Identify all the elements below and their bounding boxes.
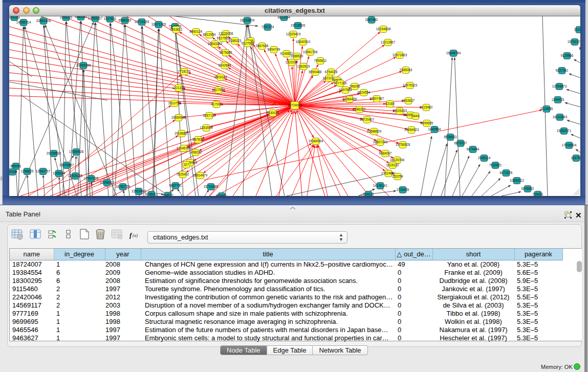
svg-text:327: 327 [184,163,189,166]
svg-text:9115460: 9115460 [420,105,433,109]
svg-text:3215955: 3215955 [540,107,553,111]
svg-text:252254: 252254 [392,174,403,178]
svg-text:7625402: 7625402 [177,172,189,176]
svg-text:7663822: 7663822 [170,28,183,31]
svg-text:12923446: 12923446 [132,189,146,193]
svg-text:19654923: 19654923 [404,128,419,132]
svg-text:10688609: 10688609 [367,129,382,133]
svg-text:8454749: 8454749 [268,48,280,51]
svg-text:12093873: 12093873 [552,84,567,88]
svg-text:(x): (x) [133,233,138,238]
svg-text:10973493: 10973493 [393,53,407,57]
svg-text:16648784: 16648784 [446,51,461,55]
svg-text:8938923: 8938923 [444,135,457,139]
svg-text:20364436: 20364436 [342,97,357,101]
svg-text:2803144: 2803144 [214,75,227,79]
svg-text:2087682: 2087682 [365,18,378,21]
svg-text:9777169: 9777169 [334,81,347,85]
svg-text:1353594: 1353594 [200,126,213,129]
svg-text:2935114: 2935114 [478,156,491,160]
svg-text:10025433: 10025433 [393,109,407,113]
svg-text:19218506: 19218506 [291,24,306,27]
svg-text:6794028: 6794028 [325,70,338,74]
svg-text:1156829: 1156829 [21,169,34,173]
svg-text:9657791: 9657791 [169,184,182,187]
svg-text:8813054: 8813054 [278,16,291,19]
svg-text:1615132: 1615132 [386,163,399,167]
svg-text:9699695: 9699695 [421,121,433,125]
svg-text:1244415: 1244415 [552,98,564,101]
svg-text:9644: 9644 [412,114,420,118]
svg-text:19654983: 19654983 [171,116,186,119]
svg-text:9886521: 9886521 [75,16,88,18]
svg-text:7357274: 7357274 [262,25,274,29]
svg-text:10961758: 10961758 [303,50,318,54]
svg-text:6879197: 6879197 [454,141,467,145]
svg-text:19756928: 19756928 [396,143,410,146]
svg-text:1733426: 1733426 [397,188,409,191]
svg-text:16782759: 16782759 [116,185,130,188]
svg-text:8960124: 8960124 [190,30,203,33]
svg-text:13226058: 13226058 [219,32,233,35]
svg-text:9129966: 9129966 [561,54,574,57]
svg-text:1322037: 1322037 [286,60,298,64]
svg-text:8186323: 8186323 [229,39,242,42]
svg-text:16120746: 16120746 [390,158,405,162]
svg-text:9474444: 9474444 [467,147,480,151]
svg-text:9227342: 9227342 [556,69,569,72]
svg-text:700431: 700431 [532,192,543,196]
svg-text:1498222: 1498222 [189,150,202,154]
svg-text:12942757: 12942757 [36,169,51,173]
svg-text:10958117: 10958117 [100,181,114,184]
svg-text:10719155: 10719155 [135,20,149,24]
svg-text:6497568: 6497568 [339,88,352,92]
svg-text:9327509: 9327509 [217,36,230,40]
svg-text:10653267: 10653267 [88,16,103,20]
svg-text:19975857: 19975857 [59,163,74,167]
svg-text:3624554: 3624554 [358,91,371,94]
svg-text:16154838: 16154838 [376,27,391,31]
svg-text:7955812: 7955812 [314,59,327,62]
svg-text:20206533: 20206533 [47,151,61,155]
svg-text:7986322: 7986322 [353,107,366,111]
svg-text:2530021: 2530021 [267,111,279,115]
svg-text:14136141: 14136141 [373,184,388,187]
svg-text:1145194: 1145194 [53,171,66,175]
svg-text:865061: 865061 [10,164,21,168]
svg-text:16210643: 16210643 [553,115,568,119]
svg-text:8990448: 8990448 [309,70,322,74]
svg-text:17046756: 17046756 [177,146,191,150]
svg-text:6966160: 6966160 [119,18,132,22]
svg-text:9245652: 9245652 [521,187,534,190]
svg-text:9684067: 9684067 [379,151,392,155]
svg-text:12325419: 12325419 [286,32,301,36]
svg-text:16543382: 16543382 [208,42,223,46]
svg-text:9327508: 9327508 [242,41,254,45]
svg-text:3267130: 3267130 [203,114,216,117]
svg-text:15720407: 15720407 [360,118,375,121]
svg-text:39154: 39154 [9,170,17,173]
svg-text:154012: 154012 [363,192,374,196]
svg-text:1440954: 1440954 [428,127,441,131]
svg-text:9245021: 9245021 [145,192,158,196]
svg-text:3675685: 3675685 [220,51,232,54]
svg-text:12213967: 12213967 [381,40,396,44]
svg-text:704512: 704512 [162,193,173,196]
svg-text:10807487: 10807487 [369,97,384,100]
svg-text:1588520: 1588520 [291,54,303,58]
svg-text:17016504: 17016504 [562,143,577,147]
svg-text:17359928: 17359928 [69,150,84,154]
svg-text:2718176: 2718176 [178,70,191,73]
svg-text:18807249: 18807249 [373,140,388,144]
svg-text:12505135: 12505135 [68,174,83,178]
svg-text:9242848: 9242848 [219,63,231,67]
svg-text:887834: 887834 [192,138,204,141]
svg-text:15751074: 15751074 [568,40,580,43]
svg-text:9463627: 9463627 [402,99,415,102]
svg-text:16671365: 16671365 [151,23,166,26]
svg-text:833401: 833401 [216,194,227,196]
svg-text:16914479: 16914479 [193,173,208,177]
svg-text:1221339: 1221339 [172,86,185,90]
svg-text:16640910: 16640910 [296,40,311,43]
svg-text:20053346: 20053346 [76,63,91,67]
